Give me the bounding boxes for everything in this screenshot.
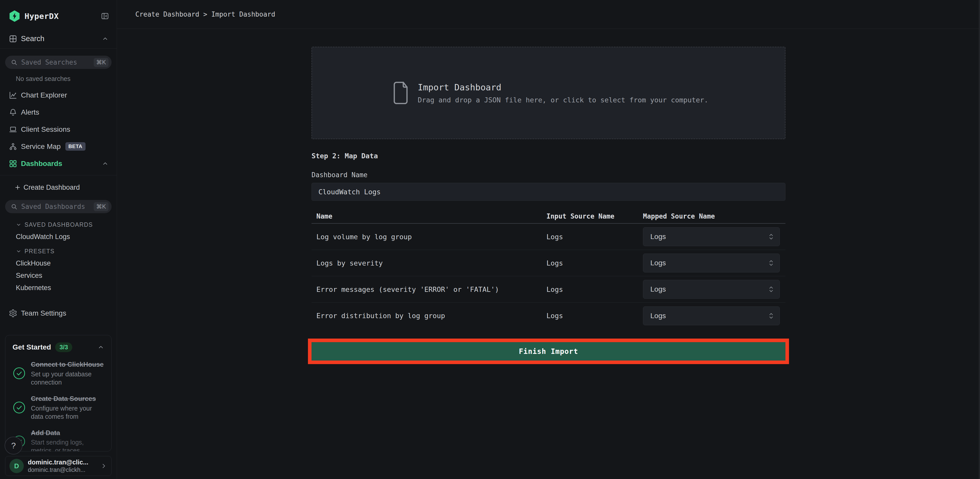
user-account-button[interactable]: D dominic.tran@clic... dominic.tran@clic… (5, 456, 111, 476)
sidebar-item-label: Service Map (21, 142, 61, 151)
sidebar-item-service-map[interactable]: Service Map BETA (0, 138, 117, 155)
sidebar-item-search[interactable]: Search (0, 29, 117, 49)
row-name: Log volume by log group (312, 233, 546, 241)
check-circle-icon (13, 367, 26, 380)
logo-row: HyperDX (0, 0, 117, 25)
row-input-source: Logs (546, 285, 643, 293)
dashboards-icon (9, 159, 18, 168)
create-dashboard-button[interactable]: Create Dashboard (0, 180, 117, 195)
sidebar-item-dashboards[interactable]: Dashboards (0, 155, 117, 172)
column-header-mapped-source: Mapped Source Name (643, 212, 786, 220)
checklist-desc: Configure where your data comes from (31, 404, 104, 420)
finish-import-button[interactable]: Finish Import (312, 342, 786, 361)
sidebar-nav: Chart Explorer Alerts Client Sessions (0, 87, 117, 172)
import-dashboard-panel: Import Dashboard Drag and drop a JSON fi… (312, 47, 786, 364)
sidebar: HyperDX Search (0, 0, 117, 479)
service-map-icon (9, 142, 18, 151)
dropzone-title: Import Dashboard (418, 82, 708, 92)
annotation-highlight-box: Finish Import (308, 339, 789, 364)
gear-icon (9, 309, 18, 318)
dropzone-subtitle: Drag and drop a JSON file here, or click… (418, 96, 708, 104)
sidebar-item-chart-explorer[interactable]: Chart Explorer (0, 87, 117, 103)
checklist-desc: Start sending logs, metrics, or traces (31, 438, 104, 452)
row-name: Logs by severity (312, 259, 546, 267)
select-chevrons-icon (768, 259, 774, 267)
select-value: Logs (651, 312, 666, 320)
checklist-title: Connect to ClickHouse (31, 360, 104, 369)
sidebar-item-cloudwatch-logs[interactable]: CloudWatch Logs (0, 231, 117, 243)
select-chevrons-icon (768, 285, 774, 293)
shortcut-badge: ⌘K (94, 202, 108, 211)
sidebar-item-kubernetes[interactable]: Kubernetes (0, 282, 117, 294)
sidebar-item-label: Alerts (21, 108, 39, 116)
checklist-item-create-data-sources[interactable]: Create Data Sources Configure where your… (13, 395, 104, 420)
chevron-up-icon[interactable] (102, 160, 108, 167)
sidebar-item-label: Chart Explorer (21, 91, 67, 99)
presets-header[interactable]: PRESETS (0, 245, 117, 257)
sidebar-item-client-sessions[interactable]: Client Sessions (0, 121, 117, 138)
saved-dashboards-header-label: SAVED DASHBOARDS (24, 221, 93, 228)
row-input-source: Logs (546, 312, 643, 320)
dashboard-name-input[interactable] (312, 183, 786, 201)
table-row: Error messages (severity 'ERROR' or 'FAT… (312, 276, 786, 302)
saved-searches-search[interactable]: ⌘K (5, 56, 111, 69)
create-dashboard-label: Create Dashboard (24, 184, 80, 191)
row-input-source: Logs (546, 233, 643, 241)
hyperdx-logo-icon (9, 10, 21, 22)
mapped-source-select[interactable]: Logs (643, 227, 780, 246)
user-name: dominic.tran@clic... (28, 458, 100, 466)
checklist-desc: Set up your database connection (31, 370, 104, 386)
dashboard-name-label: Dashboard Name (312, 171, 786, 179)
row-name: Error messages (severity 'ERROR' or 'FAT… (312, 285, 546, 293)
chart-explorer-icon (9, 91, 18, 100)
get-started-title: Get Started (13, 343, 51, 351)
saved-dashboards-header[interactable]: SAVED DASHBOARDS (0, 219, 117, 231)
main-area: Create Dashboard > Import Dashboard Impo… (117, 0, 980, 479)
saved-dashboards-input[interactable] (21, 203, 94, 210)
checklist-item-connect-clickhouse[interactable]: Connect to ClickHouse Set up your databa… (13, 360, 104, 386)
shortcut-badge: ⌘K (94, 58, 108, 67)
sidebar-item-services[interactable]: Services (0, 269, 117, 282)
saved-searches-input[interactable] (21, 59, 94, 66)
checklist-title: Add Data (31, 429, 104, 438)
no-saved-searches-note: No saved searches (0, 75, 117, 83)
checklist-title: Create Data Sources (31, 395, 104, 403)
sidebar-item-clickhouse[interactable]: ClickHouse (0, 257, 117, 269)
saved-dashboards-search[interactable]: ⌘K (5, 200, 111, 213)
mapped-source-select[interactable]: Logs (643, 253, 780, 272)
help-button[interactable]: ? (5, 437, 22, 455)
chevron-up-icon[interactable] (102, 35, 108, 42)
team-settings-label: Team Settings (21, 309, 66, 317)
table-row: Log volume by log group Logs Logs (312, 224, 786, 250)
select-value: Logs (651, 232, 666, 241)
select-chevrons-icon (768, 233, 774, 240)
sidebar-item-team-settings[interactable]: Team Settings (0, 305, 117, 322)
table-row: Logs by severity Logs Logs (312, 250, 786, 276)
breadcrumb: Create Dashboard > Import Dashboard (135, 11, 275, 18)
column-header-name: Name (312, 212, 546, 220)
avatar: D (10, 459, 24, 473)
scrollbar[interactable] (979, 0, 980, 479)
chevron-up-icon[interactable] (97, 344, 104, 350)
json-dropzone[interactable]: Import Dashboard Drag and drop a JSON fi… (312, 47, 786, 139)
step-heading: Step 2: Map Data (312, 152, 786, 160)
get-started-card: Get Started 3/3 Connect to ClickHouse Se… (5, 335, 111, 452)
sidebar-item-alerts[interactable]: Alerts (0, 103, 117, 121)
mapped-source-select[interactable]: Logs (643, 280, 780, 299)
plus-icon (14, 184, 21, 191)
laptop-icon (9, 125, 18, 134)
select-value: Logs (651, 259, 666, 267)
chevron-down-icon (16, 222, 21, 228)
search-section-label: Search (21, 35, 45, 43)
divider (0, 175, 117, 175)
file-icon (393, 81, 408, 105)
topbar: Create Dashboard > Import Dashboard (117, 0, 980, 29)
checklist-item-add-data[interactable]: Add Data Start sending logs, metrics, or… (13, 429, 104, 452)
bell-icon (9, 108, 18, 117)
beta-badge: BETA (65, 142, 86, 151)
mapped-source-select[interactable]: Logs (643, 306, 780, 325)
search-icon (11, 203, 18, 210)
user-email: dominic.tran@clickh... (28, 466, 100, 473)
sidebar-collapse-icon[interactable] (101, 12, 109, 20)
check-circle-icon (13, 401, 26, 414)
